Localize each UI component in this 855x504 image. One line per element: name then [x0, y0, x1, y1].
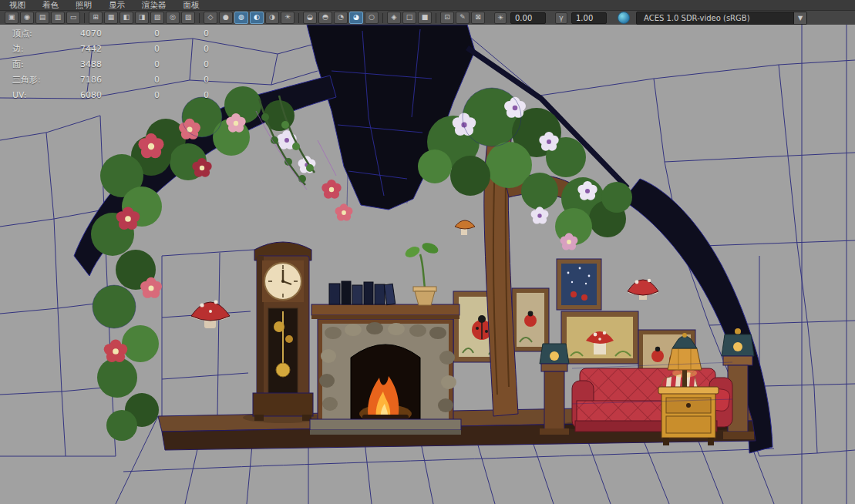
hud-zero-col1: 0	[154, 59, 204, 69]
hud-value: 3488	[80, 59, 154, 69]
field-chart-icon[interactable]: ▧	[150, 12, 164, 24]
hud-zero-col1: 0	[154, 75, 204, 85]
color-space-label: ACES 1.0 SDR-video (sRGB)	[637, 14, 793, 22]
hud-label: 三角形:	[12, 74, 80, 86]
gamma-icon[interactable]: γ	[555, 12, 567, 24]
hud-row: 三角形: 7186 0 0	[12, 72, 253, 87]
hud-zero-col2: 0	[204, 44, 253, 54]
menu-renderer[interactable]: 渲染器	[142, 0, 167, 11]
bookmarks-icon[interactable]: ▥	[51, 12, 65, 24]
separator	[199, 13, 200, 23]
image-plane-icon[interactable]: ▭	[66, 12, 80, 24]
gate-mask-icon[interactable]: ◨	[135, 12, 149, 24]
snapshot-icon[interactable]: ⊠	[471, 12, 485, 24]
xray-icon[interactable]: □	[402, 12, 416, 24]
exposure-icon[interactable]: ☀	[494, 12, 507, 24]
use-default-material-icon[interactable]: ◑	[265, 12, 279, 24]
hud-label: 边:	[12, 43, 80, 55]
menu-lighting[interactable]: 照明	[76, 0, 92, 11]
depth-of-field-icon[interactable]: ○	[365, 12, 379, 24]
hud-value: 4070	[80, 29, 154, 39]
mantel-shelf[interactable]	[311, 304, 459, 315]
anti-aliasing-icon[interactable]: ◕	[349, 12, 363, 24]
nightstand[interactable]	[658, 387, 719, 445]
poly-count-hud: 顶点: 4070 0 0 边: 7442 0 0 面: 3488 0 0 三角形…	[12, 25, 253, 102]
menu-shading[interactable]: 着色	[42, 0, 59, 11]
camera-attributes-icon[interactable]: ▤	[35, 12, 49, 24]
gamma-field[interactable]: 1.00	[571, 12, 607, 24]
hud-row: UV: 6080 0 0	[12, 87, 253, 102]
wireframe-on-shaded-icon[interactable]: ◍	[234, 12, 248, 24]
isolate-select-icon[interactable]: ◈	[387, 12, 401, 24]
hud-label: UV:	[12, 90, 80, 100]
separator	[382, 13, 383, 23]
toolbar-icon-strip: ▣ ◉ ▤ ▥ ▭ ⊞ ▦ ◧ ◨ ▧ ◎ ▨ ◇ ●	[5, 12, 485, 24]
grid-icon[interactable]: ⊞	[89, 12, 103, 24]
menu-view[interactable]: 视图	[9, 0, 25, 11]
hud-value: 7186	[80, 75, 154, 85]
safe-action-icon[interactable]: ◎	[166, 12, 180, 24]
viewport-toolbar: ▣ ◉ ▤ ▥ ▭ ⊞ ▦ ◧ ◨ ▧ ◎ ▨ ◇ ●	[0, 11, 855, 25]
ambient-occlusion-icon[interactable]: ◓	[318, 12, 332, 24]
hud-row: 面: 3488 0 0	[12, 56, 253, 72]
wireframe-display-icon[interactable]: ◇	[204, 12, 217, 24]
hud-zero-col2: 0	[204, 75, 253, 85]
hud-zero-col2: 0	[204, 29, 253, 39]
hud-label: 顶点:	[12, 28, 80, 39]
hud-zero-col1: 0	[154, 44, 204, 54]
shadows-icon[interactable]: ◒	[303, 12, 317, 24]
picture-mushroom[interactable]	[561, 311, 638, 364]
separator	[298, 13, 299, 23]
pan-zoom-2d-icon[interactable]: ⊡	[440, 12, 454, 24]
hud-zero-col2: 0	[204, 90, 253, 100]
motion-blur-icon[interactable]: ◔	[334, 12, 348, 24]
grandfather-clock[interactable]	[253, 242, 313, 421]
textured-icon[interactable]: ◐	[250, 12, 264, 24]
hud-row: 边: 7442 0 0	[12, 41, 253, 56]
hud-label: 面:	[12, 59, 80, 70]
lock-camera-icon[interactable]: ◉	[20, 12, 34, 24]
color-space-dropdown[interactable]: ACES 1.0 SDR-video (sRGB) ▼	[636, 12, 807, 25]
separator	[436, 13, 436, 23]
menu-show[interactable]: 显示	[109, 0, 125, 11]
hud-zero-col1: 0	[154, 90, 204, 100]
smooth-shade-icon[interactable]: ●	[219, 12, 233, 24]
chevron-down-icon[interactable]: ▼	[793, 12, 806, 24]
hud-zero-col1: 0	[154, 29, 204, 39]
film-gate-icon[interactable]: ▦	[104, 12, 118, 24]
safe-title-icon[interactable]: ▨	[181, 12, 195, 24]
picture-night-sky[interactable]	[557, 259, 601, 310]
grease-pencil-icon[interactable]: ✎	[456, 12, 470, 24]
xray-joints-icon[interactable]: ■	[418, 12, 432, 24]
picture-ladybug-small[interactable]	[512, 288, 549, 351]
hud-value: 7442	[80, 44, 154, 54]
menu-panels[interactable]: 面板	[183, 0, 200, 11]
exposure-field[interactable]: 0.00	[510, 12, 546, 24]
color-management-icon[interactable]	[618, 12, 630, 24]
hud-zero-col2: 0	[204, 59, 253, 69]
resolution-gate-icon[interactable]: ◧	[119, 12, 133, 24]
panel-menu-bar: 视图 着色 照明 显示 渲染器 面板	[0, 0, 855, 11]
3d-viewport[interactable]: 顶点: 4070 0 0 边: 7442 0 0 面: 3488 0 0 三角形…	[0, 25, 855, 504]
select-camera-icon[interactable]: ▣	[5, 12, 19, 24]
hud-value: 6080	[80, 90, 154, 100]
pillar-lamp-left[interactable]	[540, 344, 569, 435]
all-lights-icon[interactable]: ☀	[281, 12, 295, 24]
hud-row: 顶点: 4070 0 0	[12, 25, 253, 41]
separator	[84, 13, 85, 23]
